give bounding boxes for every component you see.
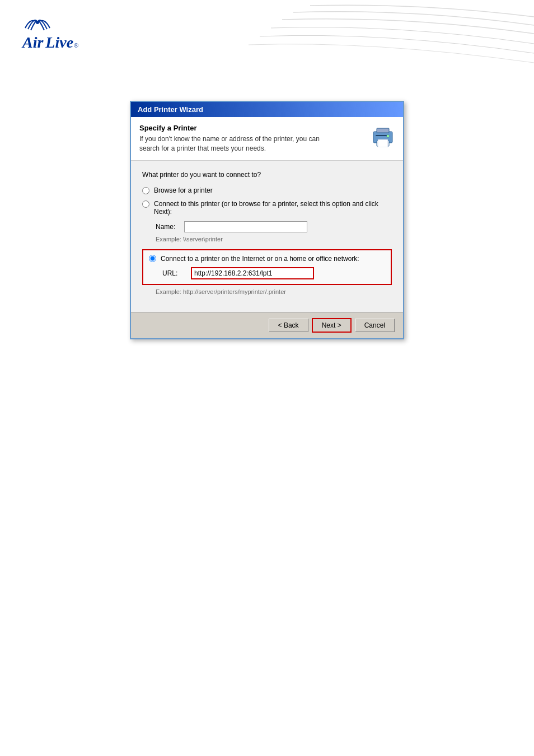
wizard-heading: Specify a Printer [139, 124, 341, 132]
swoosh-decoration [226, 0, 534, 67]
wizard-header-text: Specify a Printer If you don't know the … [139, 124, 341, 153]
connect-url-label[interactable]: Connect to a printer on the Internet or … [161, 255, 359, 263]
url-input[interactable] [191, 267, 314, 279]
svg-rect-6 [376, 135, 387, 136]
url-field-row: URL: [162, 267, 385, 279]
printer-icon [371, 124, 395, 150]
url-label: URL: [162, 269, 188, 277]
wizard-body: Specify a Printer If you don't know the … [131, 117, 403, 338]
logo-live-text: Live [45, 34, 73, 52]
wizard-title: Add Printer Wizard [138, 105, 203, 114]
connect-name-label[interactable]: Connect to this printer (or to browse fo… [154, 200, 392, 216]
name-label: Name: [156, 223, 181, 231]
svg-rect-4 [378, 139, 388, 147]
svg-point-5 [387, 135, 390, 138]
logo: Air Live ® [22, 11, 78, 52]
connect-name-radio[interactable] [142, 200, 149, 208]
wizard-footer: < Back Next > Cancel [131, 312, 403, 338]
name-field-row: Name: [156, 221, 392, 232]
browse-label[interactable]: Browse for a printer [154, 186, 213, 194]
wizard-title-bar: Add Printer Wizard [131, 102, 403, 117]
add-printer-wizard-dialog: Add Printer Wizard Specify a Printer If … [130, 101, 404, 339]
name-example: Example: \\server\printer [156, 236, 392, 242]
name-input[interactable] [184, 221, 307, 232]
next-button[interactable]: Next > [312, 318, 352, 333]
cancel-button[interactable]: Cancel [355, 319, 395, 332]
logo-air-text: Air [22, 34, 43, 52]
question-text: What printer do you want to connect to? [142, 171, 392, 179]
connect-name-option[interactable]: Connect to this printer (or to browse fo… [142, 200, 392, 216]
airlive-logo-icon [22, 11, 53, 32]
url-example: Example: http://server/printers/myprinte… [156, 288, 392, 295]
url-radio[interactable] [149, 255, 156, 262]
wizard-header-section: Specify a Printer If you don't know the … [131, 117, 403, 161]
wizard-content: What printer do you want to connect to? … [131, 161, 403, 312]
main-content: Add Printer Wizard Specify a Printer If … [0, 73, 534, 367]
logo-reg-symbol: ® [74, 42, 78, 49]
svg-rect-2 [377, 128, 389, 133]
browse-printer-option[interactable]: Browse for a printer [142, 186, 392, 194]
browse-radio[interactable] [142, 187, 149, 194]
url-section: Connect to a printer on the Internet or … [142, 249, 392, 285]
wizard-description: If you don't know the name or address of… [139, 134, 341, 153]
connect-url-option[interactable]: Connect to a printer on the Internet or … [149, 255, 385, 263]
back-button[interactable]: < Back [269, 319, 308, 332]
header: Air Live ® [0, 0, 534, 67]
